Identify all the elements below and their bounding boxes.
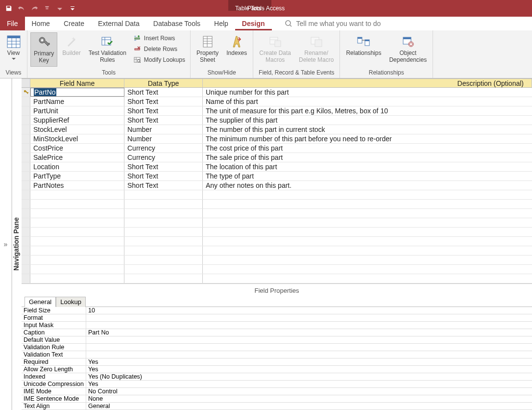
row-selector[interactable] xyxy=(22,134,30,143)
table-row[interactable]: PartTypeShort TextThe type of part xyxy=(22,172,532,181)
qat-customize-icon[interactable] xyxy=(67,2,78,14)
data-type-cell[interactable]: Short Text xyxy=(124,88,203,97)
property-row[interactable]: Default Value xyxy=(22,336,532,344)
data-type-cell[interactable]: Short Text xyxy=(124,97,203,106)
field-name-cell[interactable]: CostPrice xyxy=(30,144,124,153)
table-row[interactable]: StockLevelNumberThe number of this part … xyxy=(22,125,532,134)
col-description[interactable]: Description (Optional) xyxy=(203,79,532,87)
field-name-cell[interactable]: PartType xyxy=(30,172,124,180)
table-row[interactable] xyxy=(22,246,532,256)
primary-key-button[interactable]: Primary Key xyxy=(30,32,57,67)
data-type-cell[interactable]: Short Text xyxy=(124,116,203,125)
property-row[interactable]: CaptionPart No xyxy=(22,329,532,336)
property-value[interactable]: Yes (No Duplicates) xyxy=(86,373,532,380)
table-row[interactable] xyxy=(22,190,532,200)
table-row[interactable] xyxy=(22,256,532,265)
property-value[interactable]: Yes xyxy=(86,366,532,373)
description-cell[interactable]: The type of part xyxy=(203,172,532,180)
field-name-cell[interactable]: Location xyxy=(30,162,124,171)
data-type-cell[interactable]: Number xyxy=(124,134,203,143)
property-value[interactable] xyxy=(86,322,532,329)
row-selector[interactable] xyxy=(22,88,30,97)
nav-pane-toggle[interactable]: » xyxy=(0,78,12,410)
row-selector[interactable] xyxy=(22,228,30,236)
table-row[interactable] xyxy=(22,237,532,246)
property-value[interactable] xyxy=(86,344,532,351)
description-cell[interactable]: Unique number for this part xyxy=(203,88,532,97)
property-value[interactable]: No Control xyxy=(86,388,532,395)
table-row[interactable] xyxy=(22,228,532,237)
property-row[interactable]: Allow Zero LengthYes xyxy=(22,366,532,373)
property-row[interactable]: Field Size10 xyxy=(22,307,532,314)
table-row[interactable]: SalePriceCurrencyThe sale price of this … xyxy=(22,153,532,162)
description-cell[interactable]: The location of this part xyxy=(203,162,532,171)
data-type-cell[interactable]: Short Text xyxy=(124,106,203,115)
table-row[interactable]: PartNotesShort TextAny other notes on th… xyxy=(22,181,532,190)
row-selector[interactable] xyxy=(22,265,30,274)
property-row[interactable]: Unicode CompressionYes xyxy=(22,381,532,388)
description-cell[interactable]: The number of this part in current stock xyxy=(203,125,532,134)
tab-create[interactable]: Create xyxy=(57,17,91,30)
tab-file[interactable]: File xyxy=(0,17,25,30)
row-selector[interactable] xyxy=(22,116,30,125)
field-name-cell[interactable]: SalePrice xyxy=(30,153,124,162)
row-selector[interactable] xyxy=(22,190,30,199)
table-row[interactable] xyxy=(22,274,532,283)
redo-icon[interactable] xyxy=(28,2,40,14)
property-row[interactable]: Text AlignGeneral xyxy=(22,403,532,410)
property-row[interactable]: RequiredYes xyxy=(22,359,532,366)
table-row[interactable]: CostPriceCurrencyThe cost price of this … xyxy=(22,144,532,153)
row-selector[interactable] xyxy=(22,181,30,190)
tab-external-data[interactable]: External Data xyxy=(91,17,146,30)
col-field-name[interactable]: Field Name xyxy=(30,79,124,87)
property-value[interactable] xyxy=(86,336,532,343)
indexes-button[interactable]: Indexes xyxy=(223,32,250,59)
undo-icon[interactable] xyxy=(16,2,27,14)
table-row[interactable] xyxy=(22,200,532,209)
data-type-cell[interactable]: Currency xyxy=(124,144,203,153)
field-name-cell[interactable]: PartUnit xyxy=(30,106,124,115)
field-name-cell[interactable]: PartNo xyxy=(30,88,124,97)
table-row[interactable]: PartUnitShort TextThe unit of measure fo… xyxy=(22,106,532,116)
table-row[interactable]: LocationShort TextThe location of this p… xyxy=(22,162,532,172)
property-value[interactable]: 10 xyxy=(86,307,532,314)
property-value[interactable]: Part No xyxy=(86,329,532,336)
description-cell[interactable]: The sale price of this part xyxy=(203,153,532,162)
table-row[interactable]: PartNoShort TextUnique number for this p… xyxy=(22,88,532,97)
table-row[interactable] xyxy=(22,218,532,228)
col-data-type[interactable]: Data Type xyxy=(124,79,203,87)
field-name-cell[interactable]: StockLevel xyxy=(30,125,124,134)
property-row[interactable]: Validation Text xyxy=(22,351,532,359)
save-icon[interactable] xyxy=(3,2,15,14)
row-selector[interactable] xyxy=(22,246,30,255)
insert-rows-button[interactable]: Insert Rows xyxy=(131,33,187,43)
property-row[interactable]: IME ModeNo Control xyxy=(22,388,532,395)
selector-header[interactable] xyxy=(22,79,30,87)
property-value[interactable]: None xyxy=(86,395,532,402)
property-row[interactable]: Validation Rule xyxy=(22,344,532,351)
navigation-pane[interactable]: Navigation Pane xyxy=(12,78,22,410)
table-row[interactable] xyxy=(22,265,532,274)
view-button[interactable]: View xyxy=(3,32,24,62)
description-cell[interactable]: The supplier of this part xyxy=(203,116,532,125)
tab-general[interactable]: General xyxy=(24,297,56,307)
qat-icon[interactable] xyxy=(54,2,66,14)
tab-database-tools[interactable]: Database Tools xyxy=(146,17,207,30)
property-row[interactable]: IME Sentence ModeNone xyxy=(22,395,532,403)
property-row[interactable]: Format xyxy=(22,314,532,322)
description-cell[interactable]: The minimum number of this part before y… xyxy=(203,134,532,143)
property-value[interactable]: General xyxy=(86,403,532,410)
property-row[interactable]: IndexedYes (No Duplicates) xyxy=(22,373,532,381)
data-type-cell[interactable]: Short Text xyxy=(124,162,203,171)
tell-me-search[interactable]: Tell me what you want to do xyxy=(285,20,381,27)
data-type-cell[interactable]: Number xyxy=(124,125,203,134)
field-name-cell[interactable]: MinStockLevel xyxy=(30,134,124,143)
field-name-cell[interactable]: PartName xyxy=(30,97,124,106)
object-dependencies-button[interactable]: Object Dependencies xyxy=(386,32,430,66)
row-selector[interactable] xyxy=(22,200,30,208)
delete-rows-button[interactable]: Delete Rows xyxy=(131,44,187,54)
qat-icon[interactable] xyxy=(41,2,53,14)
property-value[interactable]: Yes xyxy=(86,381,532,387)
tab-design[interactable]: Design xyxy=(235,17,272,30)
tab-lookup[interactable]: Lookup xyxy=(56,297,86,307)
